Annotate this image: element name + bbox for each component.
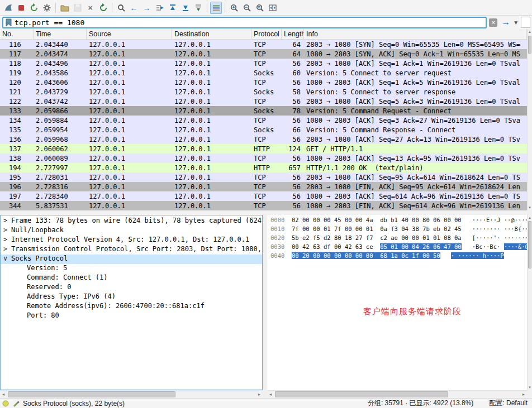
- column-header-no[interactable]: No.: [0, 29, 34, 39]
- scroll-down-icon[interactable]: ▼: [528, 385, 532, 390]
- detail-line[interactable]: Port: 80: [1, 311, 262, 321]
- packet-row[interactable]: 1212.043729127.0.0.1127.0.0.1Socks58Vers…: [0, 87, 527, 97]
- capture-options-icon[interactable]: [41, 2, 53, 14]
- scroll-up-icon[interactable]: ▲: [528, 29, 532, 35]
- expander-icon: [19, 292, 27, 300]
- packet-row[interactable]: 1192.043586127.0.0.1127.0.0.1Socks60Vers…: [0, 68, 527, 78]
- packet-row[interactable]: 1202.043606127.0.0.1127.0.0.1TCP561080 →…: [0, 78, 527, 87]
- hex-row[interactable]: 0000 02 00 00 00 45 00 00 4a db b1 40 00…: [270, 217, 527, 225]
- packet-list-vscrollbar[interactable]: ▲ ▼: [527, 29, 532, 210]
- zoom-out-icon[interactable]: [241, 2, 253, 14]
- detail-line[interactable]: Address Type: IPv6 (4): [1, 292, 262, 302]
- column-header-time[interactable]: Time: [34, 29, 87, 39]
- packet-row[interactable]: 1182.043496127.0.0.1127.0.0.1TCP562803 →…: [0, 59, 527, 68]
- scroll-down-icon[interactable]: ▼: [528, 205, 532, 210]
- detail-line[interactable]: ∨Socks Protocol: [1, 255, 262, 264]
- find-packet-icon[interactable]: [115, 2, 127, 14]
- horizontal-splitter[interactable]: [0, 210, 532, 215]
- packet-row[interactable]: 1382.060089127.0.0.1127.0.0.1TCP561080 →…: [0, 153, 527, 163]
- packet-row[interactable]: 1342.059884127.0.0.1127.0.0.1TCP561080 →…: [0, 116, 527, 125]
- go-to-packet-icon[interactable]: [154, 2, 165, 14]
- detail-line[interactable]: >Frame 133: 78 bytes on wire (624 bits),…: [1, 217, 262, 226]
- hex-row[interactable]: 0020 5b e2 f5 d2 80 18 27 f7 c2 ae 00 00…: [270, 234, 527, 243]
- packet-row[interactable]: 1372.060062127.0.0.1127.0.0.1HTTP124GET …: [0, 144, 527, 153]
- capture-comment-icon[interactable]: [12, 400, 20, 407]
- scrollbar-thumb[interactable]: [8, 391, 175, 397]
- colorize-icon[interactable]: [210, 2, 222, 14]
- packet-row[interactable]: 1962.728316127.0.0.1127.0.0.1TCP562803 →…: [0, 182, 527, 191]
- column-header-length[interactable]: Length: [282, 29, 304, 39]
- detail-line[interactable]: >Transmission Control Protocol, Src Port…: [1, 245, 262, 255]
- go-back-icon[interactable]: ←: [128, 2, 140, 14]
- detail-line[interactable]: Command: Connect (1): [1, 273, 262, 283]
- packet-row[interactable]: 1162.043440127.0.0.1127.0.0.1TCP642803 →…: [0, 40, 527, 49]
- clear-filter-icon[interactable]: ✕: [489, 18, 497, 27]
- column-header-info[interactable]: Info: [304, 29, 527, 39]
- detail-line[interactable]: Version: 5: [1, 264, 262, 273]
- packet-row[interactable]: 1172.043474127.0.0.1127.0.0.1TCP641080 →…: [0, 49, 527, 59]
- go-forward-icon[interactable]: →: [141, 2, 153, 14]
- restart-capture-icon[interactable]: [28, 2, 40, 14]
- scrollbar-thumb[interactable]: [275, 391, 448, 397]
- column-header-source[interactable]: Source: [87, 29, 172, 39]
- zoom-in-icon[interactable]: [228, 2, 240, 14]
- expression-button[interactable]: [521, 17, 530, 28]
- scroll-right-icon[interactable]: ►: [520, 391, 527, 398]
- packet-row[interactable]: 1972.728340127.0.0.1127.0.0.1TCP561080 →…: [0, 191, 527, 201]
- cell-protocol: TCP: [251, 191, 282, 201]
- stop-capture-icon[interactable]: [15, 2, 27, 14]
- expander-icon[interactable]: >: [3, 226, 11, 234]
- start-capture-icon[interactable]: [2, 2, 14, 14]
- hex-row[interactable]: 0040 00 20 00 00 00 00 00 00 68 1a 0c 1f…: [270, 252, 527, 261]
- column-header-destination[interactable]: Destination: [172, 29, 251, 39]
- packet-row[interactable]: 1942.727997127.0.0.1127.0.0.1HTTP657HTTP…: [0, 163, 527, 172]
- auto-scroll-icon[interactable]: [192, 2, 204, 14]
- detail-line[interactable]: >Null/Loopback: [1, 226, 262, 236]
- packet-row[interactable]: 1952.728031127.0.0.1127.0.0.1TCP562803 →…: [0, 172, 527, 182]
- wireshark-window: ×←→ ✕ → ▼ No.TimeSourceDestinationProtoc…: [0, 0, 532, 408]
- packet-row[interactable]: 1362.059968127.0.0.1127.0.0.1TCP562803 →…: [0, 135, 527, 144]
- column-header-protocol[interactable]: Protocol: [251, 29, 282, 39]
- hex-offset: 0010: [270, 225, 284, 232]
- reload-file-icon[interactable]: [97, 2, 109, 14]
- expander-icon[interactable]: >: [3, 245, 11, 253]
- packet-row[interactable]: 3445.837531127.0.0.1127.0.0.1TCP561080 →…: [0, 201, 527, 210]
- expander-icon[interactable]: >: [3, 217, 11, 224]
- detail-line[interactable]: Reserved: 0: [1, 283, 262, 292]
- detail-line[interactable]: >Internet Protocol Version 4, Src: 127.0…: [1, 236, 262, 245]
- cell-source: 127.0.0.1: [87, 153, 172, 163]
- hex-vscrollbar[interactable]: ▲ ▼: [527, 215, 532, 390]
- apply-filter-icon[interactable]: →: [501, 17, 510, 27]
- filter-dropdown-icon[interactable]: ▼: [513, 20, 519, 26]
- close-file-icon[interactable]: ×: [84, 2, 96, 14]
- display-filter-input[interactable]: [15, 18, 484, 27]
- expander-icon[interactable]: >: [3, 236, 11, 243]
- hex-hscrollbar[interactable]: ◄ ►: [267, 390, 527, 398]
- scrollbar-thumb[interactable]: [528, 36, 531, 54]
- cell-source: 127.0.0.1: [87, 40, 172, 49]
- filter-bookmark-icon[interactable]: [6, 18, 12, 27]
- detail-hscrollbar[interactable]: ◄ ►: [0, 390, 263, 398]
- scroll-left-icon[interactable]: ◄: [267, 391, 274, 398]
- scrollbar-thumb[interactable]: [528, 221, 531, 268]
- vertical-splitter[interactable]: [263, 215, 267, 398]
- hex-row[interactable]: 0030 00 42 63 df 00 42 63 ce 05 01 00 04…: [270, 243, 527, 252]
- packet-row[interactable]: 1332.059866127.0.0.1127.0.0.1Socks78Vers…: [0, 106, 527, 116]
- expert-info-icon[interactable]: [2, 400, 9, 407]
- go-first-icon[interactable]: [167, 2, 178, 14]
- detail-line[interactable]: Remote Address(ipv6): 2606:4700:20::681a…: [1, 302, 262, 311]
- display-filter-field[interactable]: [2, 17, 487, 28]
- expander-icon[interactable]: ∨: [3, 255, 11, 262]
- packet-row[interactable]: 1352.059954127.0.0.1127.0.0.1Socks66Vers…: [0, 125, 527, 135]
- packet-row[interactable]: 1222.043742127.0.0.1127.0.0.1TCP562803 →…: [0, 97, 527, 106]
- scroll-up-icon[interactable]: ▲: [528, 215, 532, 220]
- zoom-original-icon[interactable]: [254, 2, 265, 14]
- save-file-icon[interactable]: [72, 2, 83, 14]
- hex-row[interactable]: 0010 7f 00 00 01 7f 00 00 01 0a f3 04 38…: [270, 225, 527, 234]
- scroll-left-icon[interactable]: ◄: [0, 391, 7, 398]
- open-file-icon[interactable]: [59, 2, 70, 14]
- resize-columns-icon[interactable]: [267, 2, 278, 14]
- status-profile[interactable]: 配置: Default: [489, 399, 528, 408]
- go-last-icon[interactable]: [179, 2, 191, 14]
- scroll-right-icon[interactable]: ►: [256, 391, 263, 398]
